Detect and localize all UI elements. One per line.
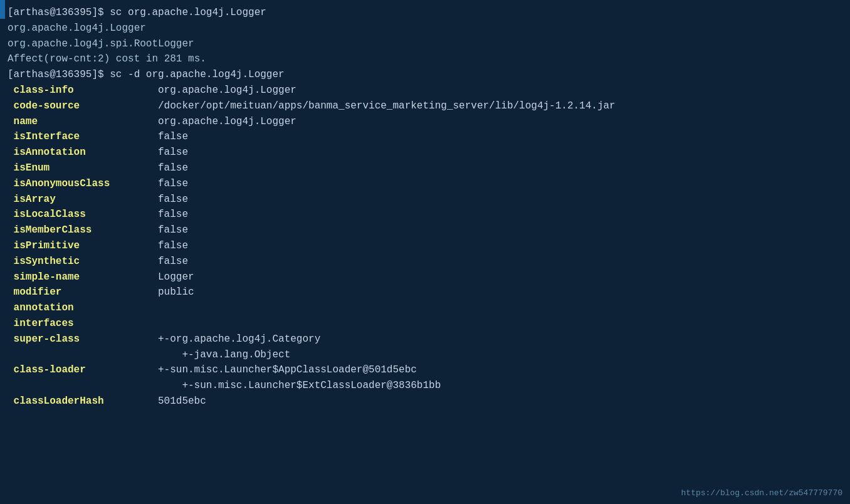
terminal-line: code-source/docker/opt/meituan/apps/banm… bbox=[8, 98, 842, 114]
prompt-line: [arthas@136395]$ sc -d org.apache.log4j.… bbox=[8, 69, 285, 80]
field-key: isAnnotation bbox=[8, 145, 158, 160]
field-value: /docker/opt/meituan/apps/banma_service_m… bbox=[158, 100, 616, 112]
terminal-line: Affect(row-cnt:2) cost in 281 ms. bbox=[8, 51, 842, 67]
terminal-line: isArrayfalse bbox=[8, 192, 842, 207]
field-key: isLocalClass bbox=[8, 207, 158, 223]
terminal-line: super-class+-org.apache.log4j.Category bbox=[8, 332, 842, 347]
field-key: modifier bbox=[8, 285, 158, 300]
field-key: class-loader bbox=[8, 362, 158, 378]
field-value: org.apache.log4j.Logger bbox=[158, 116, 296, 127]
field-continuation-value: +-sun.misc.Launcher$ExtClassLoader@3836b… bbox=[158, 380, 441, 391]
terminal-line: org.apache.log4j.spi.RootLogger bbox=[8, 36, 842, 52]
field-value: false bbox=[158, 256, 188, 267]
field-key: annotation bbox=[8, 300, 158, 316]
field-value: false bbox=[158, 240, 188, 251]
field-key: simple-name bbox=[8, 270, 158, 285]
terminal-line: nameorg.apache.log4j.Logger bbox=[8, 114, 842, 130]
output-line: Affect(row-cnt:2) cost in 281 ms. bbox=[8, 53, 206, 65]
output-line: org.apache.log4j.Logger bbox=[8, 23, 146, 34]
terminal-line: interfaces bbox=[8, 316, 842, 332]
field-key: isSynthetic bbox=[8, 254, 158, 270]
field-value: false bbox=[158, 209, 188, 220]
field-key: isAnonymousClass bbox=[8, 176, 158, 192]
field-value: +-sun.misc.Launcher$AppClassLoader@501d5… bbox=[158, 364, 417, 375]
field-value: Logger bbox=[158, 271, 194, 283]
field-key: code-source bbox=[8, 98, 158, 114]
field-key: isPrimitive bbox=[8, 238, 158, 254]
prompt-line: [arthas@136395]$ sc org.apache.log4j.Log… bbox=[8, 7, 266, 18]
field-value: org.apache.log4j.Logger bbox=[158, 85, 296, 96]
field-key: super-class bbox=[8, 332, 158, 347]
terminal-line: class-infoorg.apache.log4j.Logger bbox=[8, 83, 842, 98]
field-key: isInterface bbox=[8, 129, 158, 145]
field-value: false bbox=[158, 194, 188, 205]
field-value: false bbox=[158, 147, 188, 158]
watermark: https://blog.csdn.net/zw547779770 bbox=[681, 488, 842, 498]
terminal-line: isEnumfalse bbox=[8, 160, 842, 176]
terminal-line: isAnonymousClassfalse bbox=[8, 176, 842, 192]
blue-bar bbox=[0, 0, 5, 19]
field-key: isArray bbox=[8, 192, 158, 207]
terminal-line: isMemberClassfalse bbox=[8, 223, 842, 238]
field-value: false bbox=[158, 162, 188, 174]
terminal-line: simple-nameLogger bbox=[8, 270, 842, 285]
output-line: org.apache.log4j.spi.RootLogger bbox=[8, 38, 194, 50]
terminal: [arthas@136395]$ sc org.apache.log4j.Log… bbox=[0, 0, 850, 504]
terminal-line: [arthas@136395]$ sc org.apache.log4j.Log… bbox=[8, 5, 842, 21]
terminal-line: isLocalClassfalse bbox=[8, 207, 842, 223]
field-key: classLoaderHash bbox=[8, 394, 158, 409]
field-value: false bbox=[158, 224, 188, 236]
terminal-line: isInterfacefalse bbox=[8, 129, 842, 145]
terminal-line: class-loader+-sun.misc.Launcher$AppClass… bbox=[8, 362, 842, 378]
field-key: name bbox=[8, 114, 158, 130]
field-value: false bbox=[158, 178, 188, 189]
terminal-line: org.apache.log4j.Logger bbox=[8, 21, 842, 36]
terminal-line: +-java.lang.Object bbox=[8, 347, 842, 363]
terminal-line: modifierpublic bbox=[8, 285, 842, 300]
terminal-line: [arthas@136395]$ sc -d org.apache.log4j.… bbox=[8, 67, 842, 83]
field-value: false bbox=[158, 131, 188, 142]
terminal-line: isAnnotationfalse bbox=[8, 145, 842, 160]
terminal-line: isSyntheticfalse bbox=[8, 254, 842, 270]
terminal-line: +-sun.misc.Launcher$ExtClassLoader@3836b… bbox=[8, 378, 842, 394]
terminal-line: annotation bbox=[8, 300, 842, 316]
field-key: interfaces bbox=[8, 316, 158, 332]
field-continuation-value: +-java.lang.Object bbox=[158, 349, 290, 360]
field-value: +-org.apache.log4j.Category bbox=[158, 333, 320, 345]
terminal-line: isPrimitivefalse bbox=[8, 238, 842, 254]
field-key: isEnum bbox=[8, 160, 158, 176]
field-key: class-info bbox=[8, 83, 158, 98]
field-value: 501d5ebc bbox=[158, 396, 206, 407]
field-key: isMemberClass bbox=[8, 223, 158, 238]
terminal-line: classLoaderHash501d5ebc bbox=[8, 394, 842, 409]
field-value: public bbox=[158, 286, 194, 298]
